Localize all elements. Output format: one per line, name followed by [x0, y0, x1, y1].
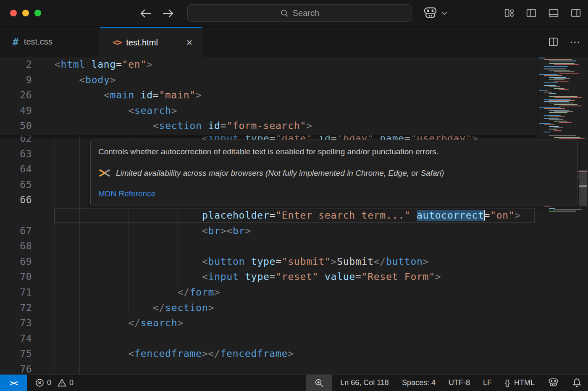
indent-guide [104, 238, 104, 254]
close-tab-button[interactable]: ✕ [184, 37, 195, 48]
scrollbar-slider[interactable] [579, 170, 587, 206]
line-number[interactable]: 50 [0, 118, 32, 134]
tab-test-css[interactable]: # test.css [0, 27, 100, 57]
copilot-menu-button[interactable] [423, 5, 447, 21]
mdn-reference-link[interactable]: MDN Reference [98, 189, 155, 198]
search-label: Search [293, 8, 319, 18]
minimap-line [544, 206, 551, 207]
language-mode-status[interactable]: {} HTML [505, 378, 535, 387]
minimap-line [554, 137, 580, 138]
minimap-line [549, 110, 569, 111]
sticky-scroll[interactable]: 2<html lang="en">9<body>26<main id="main… [0, 57, 537, 135]
vscode-window: Search [0, 0, 588, 391]
line-number[interactable]: 9 [0, 72, 32, 88]
code-text: </section> [153, 300, 214, 316]
code-line[interactable]: 26<main id="main"> [0, 87, 537, 103]
minimap-line [544, 118, 559, 119]
forward-button[interactable] [162, 7, 175, 20]
line-number[interactable]: 68 [0, 238, 32, 254]
remote-indicator[interactable]: >< [0, 375, 27, 391]
line-number[interactable]: 76 [0, 362, 32, 374]
zoom-status-button[interactable] [306, 375, 332, 391]
minimap-line [544, 124, 555, 125]
indent-guide [79, 223, 80, 239]
code-line[interactable]: 74 [0, 331, 537, 346]
minimap-line [549, 100, 575, 101]
code-line[interactable]: 9<body> [0, 72, 537, 88]
minimap-line [554, 130, 562, 131]
tab-test-html[interactable]: <> test.html ✕ [100, 27, 202, 57]
problems-status[interactable]: 0 0 [35, 378, 74, 387]
code-line[interactable]: 67<br><br> [0, 223, 537, 239]
line-number[interactable]: 63 [0, 146, 32, 162]
split-editor-icon[interactable] [548, 37, 559, 47]
back-button[interactable] [139, 7, 153, 20]
toggle-panel-button[interactable] [548, 7, 559, 19]
code-line[interactable]: placeholder="Enter search term..." autoc… [0, 208, 537, 223]
code-line[interactable]: 75<fencedframe></fencedframe> [0, 346, 537, 362]
minimap-line [554, 127, 563, 128]
language-label: HTML [514, 378, 535, 387]
minimap-line [544, 59, 572, 60]
minimize-window-button[interactable] [22, 10, 29, 16]
minimap-line [554, 111, 573, 112]
copilot-status-icon[interactable] [548, 377, 559, 388]
zoom-window-button[interactable] [34, 10, 41, 16]
more-actions-button[interactable]: ⋯ [570, 38, 581, 46]
copilot-icon [423, 5, 438, 21]
minimap-line [549, 119, 563, 120]
indent-guide [153, 269, 153, 285]
encoding-status[interactable]: UTF-8 [449, 378, 470, 387]
code-line[interactable]: 69<button type="submit">Submit</button> [0, 254, 537, 269]
layout-controls [504, 7, 581, 19]
code-line[interactable]: 76 [0, 362, 537, 374]
arrow-right-icon [162, 8, 174, 19]
line-number[interactable]: 73 [0, 315, 32, 331]
minimap-line [554, 81, 569, 82]
indent-guide [178, 269, 178, 285]
line-number[interactable]: 26 [0, 87, 32, 103]
line-number[interactable] [0, 208, 32, 223]
line-number[interactable]: 67 [0, 223, 32, 239]
sidebar-right-icon [570, 8, 581, 18]
eol-status[interactable]: LF [483, 378, 492, 387]
line-number[interactable]: 70 [0, 269, 32, 285]
close-window-button[interactable] [10, 10, 17, 16]
editor-scrollbar[interactable] [578, 57, 588, 374]
code-text: </form> [178, 285, 220, 300]
code-line[interactable]: 71</form> [0, 285, 537, 300]
indent-guide [55, 315, 55, 331]
line-number[interactable]: 72 [0, 300, 32, 316]
code-line[interactable]: 72</section> [0, 300, 537, 316]
notifications-bell-icon[interactable] [572, 378, 582, 388]
minimap-line [549, 86, 560, 87]
customize-layout-button[interactable] [504, 7, 514, 19]
toggle-secondary-sidebar-button[interactable] [570, 7, 581, 19]
line-number[interactable]: 49 [0, 103, 32, 119]
line-number[interactable]: 69 [0, 254, 32, 269]
code-line[interactable]: 73</search> [0, 315, 537, 331]
minimap-line [559, 122, 572, 123]
code-line[interactable]: 50<section id="form-search"> [0, 118, 537, 134]
line-number[interactable]: 74 [0, 331, 32, 346]
line-number[interactable]: 65 [0, 177, 32, 193]
search-bar[interactable]: Search [187, 4, 412, 22]
line-number[interactable]: 2 [0, 57, 32, 72]
cursor-position-status[interactable]: Ln 66, Col 118 [340, 378, 389, 387]
line-number[interactable]: 71 [0, 285, 32, 300]
minimap-line [544, 69, 566, 69]
code-line[interactable]: 49<search> [0, 103, 537, 119]
warning-icon [58, 378, 66, 387]
code-line[interactable]: 70<input type="reset" value="Reset Form"… [0, 269, 537, 285]
indentation-status[interactable]: Spaces: 4 [402, 378, 436, 387]
line-number[interactable]: 64 [0, 161, 32, 177]
code-editor[interactable]: 62<input type="date" id="bday" name="use… [0, 57, 588, 374]
line-number[interactable]: 75 [0, 346, 32, 362]
minimap[interactable] [537, 57, 578, 374]
indent-guide [79, 346, 80, 362]
line-number[interactable]: 66 [0, 192, 32, 208]
toggle-primary-sidebar-button[interactable] [526, 7, 537, 19]
code-line[interactable]: 68 [0, 238, 537, 254]
indent-guide [104, 315, 104, 331]
code-line[interactable]: 2<html lang="en"> [0, 57, 537, 72]
